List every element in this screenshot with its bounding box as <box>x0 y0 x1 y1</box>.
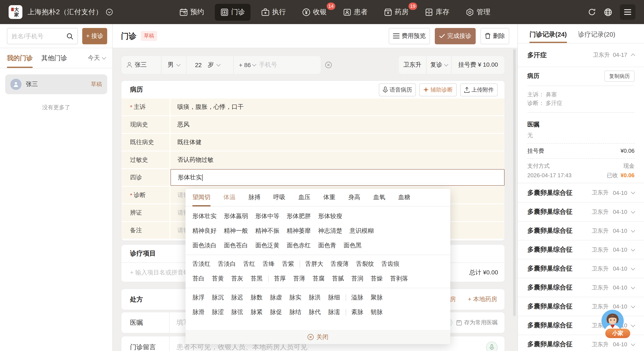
popup-option[interactable]: 精神良好 <box>192 227 216 235</box>
popup-option[interactable]: 舌瘦薄 <box>330 260 349 268</box>
popup-tab-7[interactable]: 血氧 <box>373 189 385 206</box>
field-value[interactable]: 恶风 <box>170 116 504 133</box>
popup-option[interactable]: 苔灰 <box>231 275 243 283</box>
refresh-icon[interactable] <box>588 8 596 16</box>
popup-option[interactable]: 脉沉 <box>212 294 224 302</box>
popup-option[interactable]: 形体肥胖 <box>287 213 311 220</box>
popup-option[interactable]: 形体较瘦 <box>318 213 342 220</box>
popup-option[interactable]: 脉细 <box>328 294 340 302</box>
phone-field[interactable]: + 86 手机号 <box>234 56 321 74</box>
history-record-row[interactable]: 多囊卵巢综合征卫东升04-10 <box>518 221 644 240</box>
nav-item-pharmacy[interactable]: 药房19 <box>378 4 414 20</box>
history-record-row[interactable]: 多囊卵巢综合征卫东升04-10 <box>518 259 644 278</box>
popup-option[interactable]: 形体中等 <box>255 213 280 220</box>
globe-icon[interactable] <box>604 7 612 16</box>
popup-option[interactable]: 脉实 <box>289 294 301 302</box>
nav-item-appointments[interactable]: 预约 <box>174 4 210 20</box>
popup-option[interactable]: 舌齿痕 <box>382 260 400 268</box>
expanded-record-header[interactable]: 多汗症 卫东升 04-17 <box>518 43 644 67</box>
clear-patient-icon[interactable] <box>325 61 332 68</box>
popup-tab-3[interactable]: 呼吸 <box>273 189 286 206</box>
popup-option[interactable]: 形体羸弱 <box>224 213 248 220</box>
popup-option[interactable]: 精神不振 <box>255 227 280 235</box>
popup-option[interactable]: 韧脉 <box>371 309 383 316</box>
popup-option[interactable]: 面色泛黄 <box>255 242 280 250</box>
assist-diagnosis-button[interactable]: 辅助诊断 <box>419 83 457 96</box>
nav-item-inventory[interactable]: 库存 <box>419 4 455 20</box>
popup-option[interactable]: 面色黑 <box>344 242 362 250</box>
upload-attachment-button[interactable]: 上传附件 <box>460 83 498 96</box>
field-value[interactable]: 否认药物过敏 <box>170 151 504 168</box>
assistant-widget[interactable]: 小家 <box>602 310 632 340</box>
popup-option[interactable]: 脉结 <box>289 309 301 316</box>
registration-fee[interactable]: 挂号费 ¥ 10.00 <box>452 56 504 74</box>
popup-option[interactable]: 脉洪 <box>309 294 321 302</box>
popup-option[interactable]: 苔腻 <box>332 275 344 283</box>
popup-option[interactable]: 精神一般 <box>224 227 248 235</box>
new-visit-button[interactable]: + 接诊 <box>82 28 107 44</box>
gender-select[interactable]: 男 <box>162 56 186 74</box>
popup-option[interactable]: 脉迟 <box>231 294 243 302</box>
popup-option[interactable]: 神志清楚 <box>318 227 342 235</box>
popup-option[interactable]: 精神萎靡 <box>287 227 311 235</box>
sidebar-tab-others[interactable]: 其他门诊 <box>41 48 67 68</box>
popup-option[interactable]: 面色青 <box>318 242 336 250</box>
popup-option[interactable]: 面色赤红 <box>287 242 311 250</box>
popup-option[interactable]: 溢脉 <box>351 294 363 302</box>
popup-option[interactable]: 苔润 <box>351 275 363 283</box>
popup-close-button[interactable]: 关闭 <box>186 330 450 344</box>
copy-record-button[interactable]: 复制病历 <box>604 70 634 82</box>
nav-item-admin[interactable]: 管理 <box>460 4 496 20</box>
visit-type-select[interactable]: 复诊 <box>426 56 452 74</box>
popup-option[interactable]: 舌绛 <box>262 260 275 268</box>
menu-icon[interactable] <box>620 4 636 20</box>
nav-item-outpatient[interactable]: 门诊 <box>215 4 250 20</box>
popup-tab-6[interactable]: 身高 <box>348 189 360 206</box>
fee-preview-button[interactable]: 费用预览 <box>389 28 430 44</box>
field-value[interactable]: 既往体健 <box>170 134 504 151</box>
history-record-row[interactable]: 多囊卵巢综合征卫东升04-10 <box>518 240 644 259</box>
popup-option[interactable]: 苔黑 <box>250 275 262 283</box>
history-record-row[interactable]: 多囊卵巢综合征卫东升04-10 <box>518 278 644 297</box>
popup-option[interactable]: 舌淡白 <box>218 260 236 268</box>
popup-option[interactable]: 意识模糊 <box>350 227 374 235</box>
popup-option[interactable]: 苔厚 <box>274 275 286 283</box>
history-tab-0[interactable]: 门诊记录(24) <box>530 30 567 43</box>
history-tab-1[interactable]: 诊疗记录(20) <box>578 30 615 43</box>
history-record-row[interactable]: 多囊卵巢综合征卫东升04-10 <box>518 202 644 221</box>
popup-option[interactable]: 舌淡红 <box>192 260 210 268</box>
date-filter[interactable]: 今天 <box>88 54 106 62</box>
popup-option[interactable]: 脉数 <box>250 294 262 302</box>
popup-tab-4[interactable]: 血压 <box>298 189 310 206</box>
patient-name-field[interactable]: 张三 <box>122 56 162 74</box>
popup-option[interactable]: 脉紧 <box>250 309 262 316</box>
field-value[interactable]: 形体壮实 <box>170 169 504 186</box>
popup-tab-2[interactable]: 脉搏 <box>248 189 260 206</box>
popup-option[interactable]: 脉浮 <box>192 294 204 302</box>
popup-option[interactable]: 脉滑 <box>192 309 204 316</box>
popup-tab-1[interactable]: 体温 <box>224 189 236 206</box>
popup-option[interactable]: 脉濡 <box>328 309 340 316</box>
popup-option[interactable]: 脉弦 <box>231 309 243 316</box>
popup-tab-8[interactable]: 血糖 <box>398 189 410 206</box>
age-field[interactable]: 22 岁 <box>186 56 234 74</box>
collapse-icon[interactable] <box>631 53 635 58</box>
nav-item-patients[interactable]: 患者 <box>338 4 373 20</box>
popup-option[interactable]: 面色苍白 <box>224 242 248 250</box>
nav-item-cashier[interactable]: 收银14 <box>296 4 332 20</box>
search-icon[interactable] <box>66 32 74 40</box>
message-voice-icon[interactable] <box>486 341 498 351</box>
popup-option[interactable]: 舌裂纹 <box>356 260 374 268</box>
popup-option[interactable]: 形体壮实 <box>192 213 216 220</box>
popup-option[interactable]: 紊脉 <box>351 309 363 316</box>
finish-visit-button[interactable]: 完成接诊 <box>435 28 476 44</box>
clinic-switch-icon[interactable] <box>106 8 113 15</box>
popup-option[interactable]: 舌红 <box>243 260 255 268</box>
voice-record-button[interactable]: 语音病历 <box>379 83 416 96</box>
popup-tab-5[interactable]: 体重 <box>323 189 335 206</box>
popup-option[interactable]: 苔剥落 <box>390 275 408 283</box>
popup-option[interactable]: 苔黄 <box>212 275 224 283</box>
popup-option[interactable]: 脉涩 <box>212 309 224 316</box>
nav-item-execute[interactable]: 执行 <box>256 4 292 20</box>
assistant-name-badge[interactable]: 小家 <box>605 329 630 338</box>
